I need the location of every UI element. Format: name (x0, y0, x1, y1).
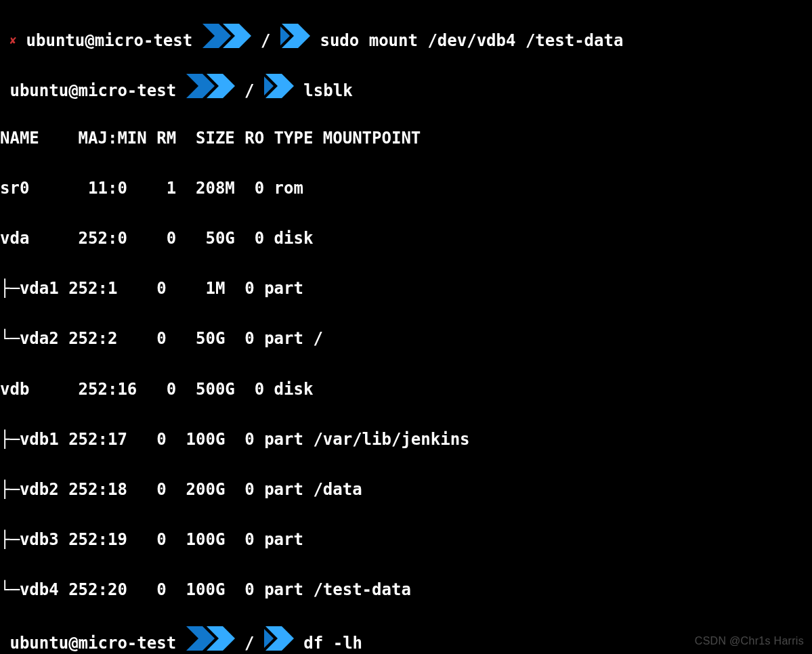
chevron-icon (186, 74, 235, 106)
command-3: df -lh (303, 634, 362, 653)
chevron-icon (264, 626, 294, 654)
error-x-icon: ✘ (9, 34, 16, 47)
chevron-icon (264, 74, 294, 106)
prompt-line-1: ✘ ubuntu@micro-test / sudo mount /dev/vd… (0, 25, 812, 50)
lsblk-row: vda 252:0 0 50G 0 disk (0, 226, 812, 251)
lsblk-row: ├─vdb1 252:17 0 100G 0 part /var/lib/jen… (0, 427, 812, 452)
prompt-line-2: ubuntu@micro-test / lsblk (0, 75, 812, 100)
lsblk-row: ├─vdb3 252:19 0 100G 0 part (0, 527, 812, 552)
lsblk-row: ├─vdb2 252:18 0 200G 0 part /data (0, 477, 812, 502)
lsblk-row: ├─vda1 252:1 0 1M 0 part (0, 276, 812, 301)
chevron-icon (202, 24, 251, 56)
user-host: ubuntu@micro-test (26, 31, 193, 50)
user-host: ubuntu@micro-test (9, 81, 176, 100)
command-2: lsblk (303, 81, 352, 100)
chevron-icon (280, 24, 310, 56)
lsblk-row: └─vdb4 252:20 0 100G 0 part /test-data (0, 577, 812, 603)
lsblk-row: sr0 11:0 1 208M 0 rom (0, 176, 812, 201)
command-1: sudo mount /dev/vdb4 /test-data (320, 31, 623, 50)
path-segment: / (261, 31, 270, 50)
terminal[interactable]: ✘ ubuntu@micro-test / sudo mount /dev/vd… (0, 0, 812, 654)
user-host: ubuntu@micro-test (9, 634, 176, 653)
path-segment: / (244, 634, 254, 653)
path-segment: / (244, 81, 254, 100)
prompt-line-3: ubuntu@micro-test / df -lh (0, 628, 812, 653)
lsblk-row: vdb 252:16 0 500G 0 disk (0, 377, 812, 402)
lsblk-header: NAME MAJ:MIN RM SIZE RO TYPE MOUNTPOINT (0, 126, 812, 151)
chevron-icon (186, 626, 235, 654)
watermark: CSDN @Chr1s Harris (695, 633, 804, 650)
lsblk-row: └─vda2 252:2 0 50G 0 part / (0, 326, 812, 351)
